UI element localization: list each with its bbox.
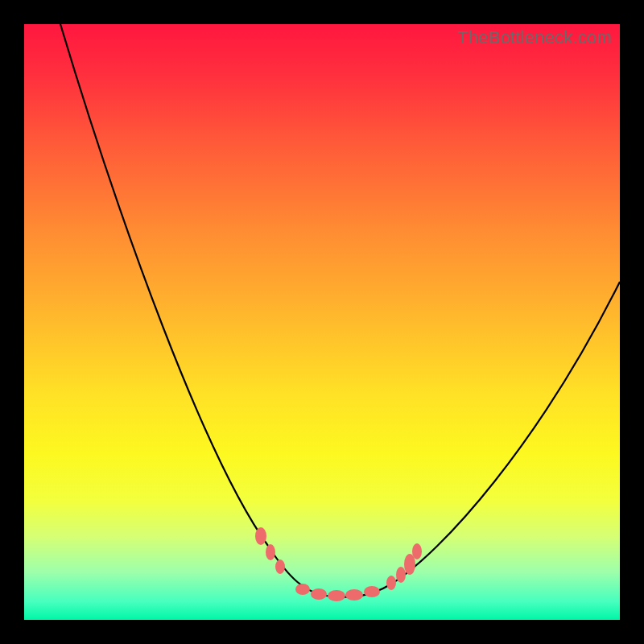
curve-marker — [396, 567, 406, 583]
minimum-marker — [295, 584, 310, 595]
curve-marker — [266, 544, 275, 560]
curve-marker — [386, 576, 396, 590]
curve-marker — [412, 543, 422, 559]
minimum-marker — [364, 586, 380, 597]
curve-marker — [275, 559, 285, 574]
curve-layer — [24, 24, 620, 620]
bottleneck-curve — [60, 24, 620, 597]
plot-area: TheBottleneck.com — [24, 24, 620, 620]
minimum-marker — [328, 590, 345, 601]
minimum-marker — [311, 588, 327, 600]
minimum-marker — [345, 589, 363, 601]
chart-frame: TheBottleneck.com — [0, 0, 644, 644]
curve-marker — [255, 527, 266, 545]
